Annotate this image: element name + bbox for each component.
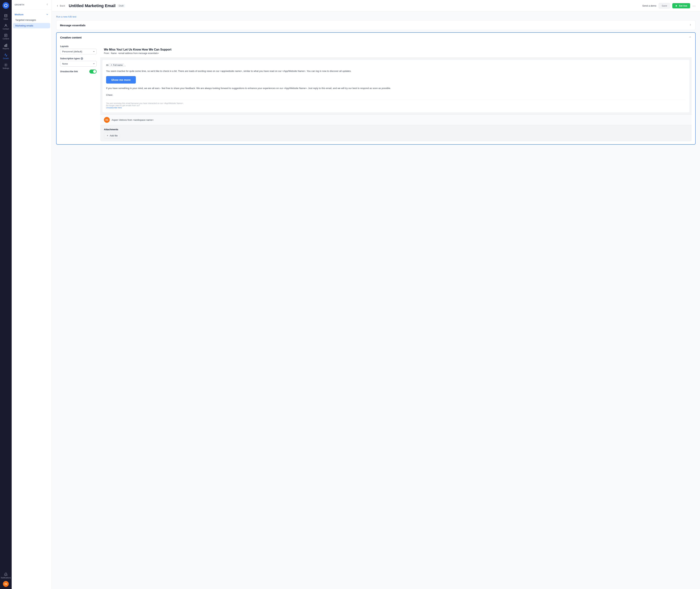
unsubscribe-link-row: Unsubscribe link [60, 69, 97, 73]
sidebar-item-notifications[interactable]: Notifications [1, 571, 11, 580]
email-from: From: Name <email address from message e… [104, 52, 688, 54]
svg-marker-9 [676, 5, 677, 7]
svg-point-0 [5, 24, 7, 25]
app-logo[interactable] [3, 2, 9, 9]
left-panel: GROWTH Medium Targeted messages Marketin… [12, 0, 52, 589]
svg-rect-7 [6, 44, 7, 46]
message-essentials-chevron [689, 23, 692, 27]
message-essentials-card: Message essentials [56, 20, 696, 30]
page-title-row: Untitled Marketing Email Draft [69, 3, 639, 8]
layouts-group: Layouts Personnel (default) [60, 45, 97, 54]
email-preview-header: We Miss You! Let Us Know How We Can Supp… [100, 45, 692, 58]
email-preview: We Miss You! Let Us Know How We Can Supp… [100, 45, 692, 141]
main-content: Back Untitled Marketing Email Draft Send… [52, 0, 700, 589]
creative-controls: Layouts Personnel (default) Subscription… [60, 45, 97, 141]
attachments-section: Attachments ＋ Add file [100, 125, 692, 141]
email-paragraph-2: If you have something in your mind, we a… [106, 86, 686, 90]
marketing-emails-item[interactable]: Marketing emails [13, 23, 50, 28]
unsubscribe-here-link[interactable]: Unsubscribe here [106, 107, 122, 109]
subscription-types-label: Subscription types i [60, 57, 97, 60]
send-demo-button[interactable]: Send a demo [642, 4, 656, 7]
icon-sidebar: Inbox Contact Content Reports Growth Set… [0, 0, 12, 589]
email-subject: We Miss You! Let Us Know How We Can Supp… [104, 48, 688, 51]
unsubscribe-link-label: Unsubscribe link [60, 70, 78, 73]
layouts-label: Layouts [60, 45, 97, 48]
top-bar: Back Untitled Marketing Email Draft Send… [52, 0, 700, 12]
svg-point-10 [111, 64, 112, 65]
left-panel-header: GROWTH [12, 0, 52, 10]
svg-rect-6 [5, 44, 6, 47]
left-panel-nav: Medium Targeted messages Marketing email… [12, 10, 52, 31]
add-file-button[interactable]: ＋ Add file [104, 133, 120, 139]
subscription-types-select[interactable]: None [60, 61, 97, 66]
sidebar-item-contact[interactable]: Contact [1, 22, 11, 31]
targeted-messages-item[interactable]: Targeted messages [13, 17, 50, 23]
svg-point-8 [5, 64, 6, 65]
creative-content-chevron [689, 36, 692, 39]
page-title: Untitled Marketing Email [69, 3, 115, 8]
subscription-types-group: Subscription types i None [60, 57, 97, 66]
sender-row: OE Aspen Vetrovs from <workspace name> [100, 115, 692, 125]
full-name-tag: Full name [109, 63, 124, 67]
attachments-title: Attachments [104, 128, 688, 131]
top-bar-left: Back [56, 4, 65, 7]
collapse-button[interactable] [46, 3, 49, 7]
sidebar-item-settings[interactable]: Settings [1, 62, 11, 71]
save-button[interactable]: Save [659, 3, 670, 9]
sender-name: Aspen Vetrovs from <workspace name> [111, 119, 154, 121]
email-paragraph-1: You seem inactive for quite some time, s… [106, 69, 686, 73]
email-signoff: Cheer, [106, 93, 686, 97]
email-greeting: Hi Full name , [106, 63, 686, 67]
creative-content-title: Creative content [60, 36, 82, 39]
set-live-button[interactable]: Set live [672, 3, 690, 8]
sidebar-item-reports[interactable]: Reports [1, 42, 11, 51]
medium-group[interactable]: Medium [13, 12, 50, 17]
sidebar-item-growth[interactable]: Growth [1, 52, 11, 61]
sender-avatar: OE [104, 117, 110, 123]
message-essentials-title: Message essentials [60, 24, 85, 27]
info-icon: i [80, 57, 83, 60]
top-bar-right: Send a demo Save Set live ⋯ [642, 3, 696, 9]
creative-body: Layouts Personnel (default) Subscription… [56, 42, 695, 144]
ab-test-link[interactable]: Run a new A/B test [56, 15, 696, 18]
sidebar-item-inbox[interactable]: Inbox [1, 12, 11, 21]
layouts-select[interactable]: Personnel (default) [60, 49, 97, 54]
status-badge: Draft [117, 4, 125, 7]
email-footer: You are receiving this email because you… [106, 100, 686, 109]
unsubscribe-link-toggle[interactable] [89, 69, 97, 73]
svg-rect-5 [5, 45, 5, 47]
creative-content-card: Creative content Layouts Personnel (defa… [56, 32, 696, 145]
panel-title: GROWTH [15, 4, 24, 6]
show-me-more-button[interactable]: Show me more [106, 76, 136, 83]
content-area: Run a new A/B test Message essentials Cr… [52, 12, 700, 148]
more-options-button[interactable]: ⋯ [692, 4, 696, 8]
email-body: Hi Full name , You seem inactive for qui… [102, 60, 689, 113]
sidebar-item-content[interactable]: Content [1, 32, 11, 41]
creative-content-header[interactable]: Creative content [56, 33, 695, 42]
user-avatar[interactable]: OE [3, 581, 9, 587]
back-button[interactable]: Back [56, 4, 65, 7]
plus-icon: ＋ [106, 134, 109, 137]
message-essentials-header[interactable]: Message essentials [56, 20, 695, 30]
